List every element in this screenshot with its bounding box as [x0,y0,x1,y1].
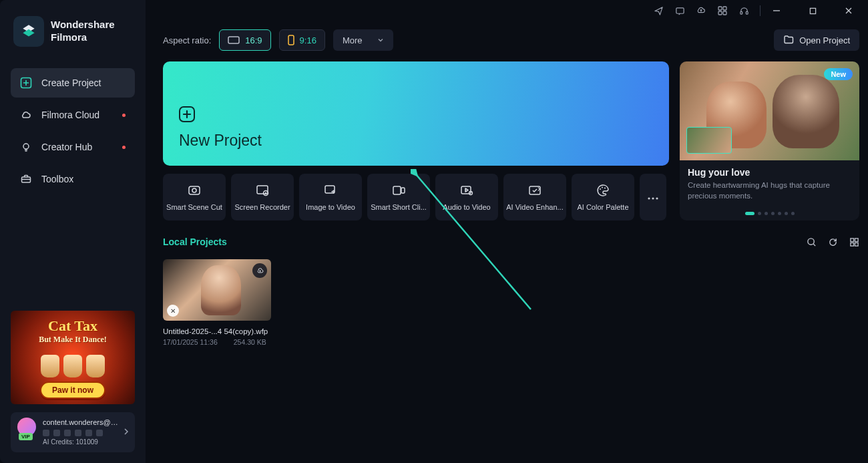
promo-banner[interactable]: Cat Tax But Make It Dance! Paw it now [11,311,135,404]
svg-point-1 [23,144,29,149]
svg-rect-4 [718,7,722,10]
svg-rect-32 [855,238,858,241]
portrait-icon [288,35,294,45]
new-badge: New [824,68,853,80]
notification-dot [122,146,126,149]
brand-line2: Filmora [51,31,115,44]
more-label: More [343,35,363,45]
landscape-icon [228,36,240,44]
tool-audio-to-video[interactable]: Audio to Video [435,174,498,220]
search-icon[interactable] [806,237,817,247]
svg-rect-33 [850,243,853,246]
tool-label: Smart Scene Cut [165,203,224,211]
svg-rect-6 [718,11,722,15]
svg-rect-7 [723,11,726,15]
sidebar-item-creator-hub[interactable]: Creator Hub [11,132,135,162]
svg-point-24 [600,188,601,190]
tool-label: Screen Recorder [233,203,292,211]
promo-art [41,345,105,381]
vip-badge: VIP [19,433,33,440]
aspect-ratio-16-9-button[interactable]: 16:9 [219,29,270,51]
cloud-upload-icon[interactable] [252,263,267,278]
open-project-button[interactable]: Open Project [774,29,859,51]
aspect-ratio-9-16-button[interactable]: 9:16 [279,29,325,51]
svg-rect-9 [746,11,748,14]
svg-point-28 [652,197,654,199]
sidebar-item-create-project[interactable]: Create Project [11,68,135,98]
feature-title: Hug your love [688,167,851,178]
svg-point-17 [265,192,266,194]
account-card[interactable]: VIP content.wonderers@gmail... AI Credit… [11,412,135,452]
view-grid-icon[interactable] [849,237,859,247]
toolbox-icon [20,173,32,185]
sidebar-item-toolbox[interactable]: Toolbox [11,164,135,194]
tool-ai-video-enhancer[interactable]: AI Video Enhan... [503,174,566,220]
aspect-ratio-more-button[interactable]: More [333,29,393,51]
tool-smart-short-clip[interactable]: Smart Short Cli... [367,174,430,220]
scene-cut-icon [187,183,202,198]
project-item[interactable]: ✕ Untitled-2025-...4 54(copy).wfp 17/01/… [163,259,271,346]
apps-grid-icon[interactable] [717,5,728,16]
sidebar-item-label: Create Project [41,78,101,88]
aspect-ratio-label-text: 9:16 [300,35,316,45]
svg-rect-10 [810,8,815,13]
cloud-icon [20,109,32,121]
tool-smart-scene-cut[interactable]: Smart Scene Cut [163,174,226,220]
refresh-icon[interactable] [827,237,838,247]
window-maximize-button[interactable] [807,5,818,16]
promo-cta-button[interactable]: Paw it now [40,381,105,399]
sidebar: Wondershare Filmora Create Project Filmo… [0,0,146,463]
promo-title: Cat Tax [48,317,97,335]
folder-icon [783,34,794,47]
send-icon[interactable] [653,5,664,16]
short-clip-icon [391,183,406,198]
chevron-down-icon [377,35,384,45]
chevron-right-icon [123,426,130,438]
window-minimize-button[interactable] [771,5,782,16]
main-area: Aspect ratio: 16:9 9:16 More Open Projec… [146,0,868,463]
feature-thumbnail [686,127,732,154]
svg-rect-3 [676,7,683,13]
filmora-logo-icon [13,16,44,47]
svg-rect-20 [401,188,405,193]
open-project-label: Open Project [799,35,850,45]
tool-ai-color-palette[interactable]: AI Color Palette [572,174,634,220]
tool-more-button[interactable] [640,174,666,220]
window-close-button[interactable] [843,5,854,16]
tool-image-to-video[interactable]: Image to Video [299,174,362,220]
sidebar-item-filmora-cloud[interactable]: Filmora Cloud [11,100,135,130]
aspect-ratio-label-text: 16:9 [245,35,262,45]
svg-rect-18 [325,186,335,193]
ai-enhancer-icon [527,183,542,198]
new-project-card[interactable]: New Project [163,61,669,166]
carousel-dots[interactable] [745,212,795,215]
account-apps [43,430,122,436]
promo-subtitle: But Make It Dance! [39,335,107,345]
svg-rect-31 [850,238,853,241]
headset-icon[interactable] [738,5,749,16]
svg-rect-34 [855,243,858,246]
feature-card[interactable]: New Hug your love Create heartwarming AI… [680,61,859,220]
svg-point-27 [648,197,650,199]
tool-row: Smart Scene Cut Screen Recorder Image to… [163,174,669,220]
message-icon[interactable] [674,5,685,16]
project-size: 254.30 KB [234,338,266,346]
ellipsis-icon [647,191,659,203]
tool-label: Smart Short Cli... [369,203,428,211]
svg-rect-19 [393,186,401,194]
tool-label: Audio to Video [437,203,496,211]
audio-to-video-icon [459,183,474,198]
svg-point-30 [807,238,813,244]
project-date: 17/01/2025 11:36 [163,338,218,346]
new-project-title: New Project [179,132,653,150]
cloud-upload-icon[interactable] [696,5,706,16]
account-credits: AI Credits: 101009 [43,438,122,448]
feature-image: New [680,61,859,160]
tool-screen-recorder[interactable]: Screen Recorder [231,174,294,220]
plus-square-icon [20,77,32,89]
svg-point-25 [602,187,603,188]
notification-dot [122,114,126,117]
aspect-ratio-label: Aspect ratio: [163,35,211,45]
plus-icon [179,106,195,122]
local-projects-heading: Local Projects [163,237,227,247]
